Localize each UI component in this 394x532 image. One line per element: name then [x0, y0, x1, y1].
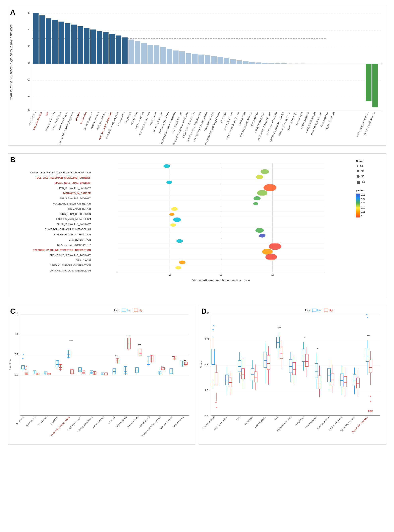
- svg-point-301: [25, 369, 26, 370]
- svg-rect-405: [340, 374, 343, 386]
- panels-cd: C Risk low high 0.6 0.4 0.2 0.0: [8, 305, 386, 444]
- svg-text:COMPLEMENT: COMPLEMENT: [117, 111, 125, 126]
- svg-rect-33: [135, 41, 140, 64]
- svg-rect-40: [179, 52, 185, 64]
- svg-point-300: [26, 366, 27, 367]
- svg-text:IL6_JAK_STAT3_SIGNALING: IL6_JAK_STAT3_SIGNALING: [182, 111, 195, 138]
- pathway-label: DNA_REPLICATION: [12, 238, 92, 241]
- svg-text:***: ***: [367, 334, 370, 338]
- svg-point-144: [175, 266, 181, 270]
- svg-text:Mast cell activated: Mast cell activated: [160, 416, 173, 430]
- svg-text:HLA: HLA: [275, 416, 279, 420]
- svg-point-298: [22, 358, 24, 359]
- svg-point-131: [254, 196, 261, 200]
- svg-point-130: [257, 190, 267, 196]
- svg-text:MHC_class_I: MHC_class_I: [294, 416, 304, 426]
- svg-text:EMT: EMT: [45, 111, 49, 116]
- svg-text:PANCREAS_BETA_CELLS: PANCREAS_BETA_CELLS: [278, 111, 290, 136]
- panel-d-label: D: [201, 307, 207, 316]
- panel-d-svg: Risk low high 1.00 0.75 0.50 0.25 0.00 S…: [199, 305, 386, 444]
- svg-rect-42: [192, 54, 198, 64]
- svg-text:***: ***: [69, 339, 73, 343]
- svg-point-299: [23, 354, 24, 355]
- svg-point-445: [215, 402, 216, 403]
- svg-rect-350: [254, 372, 257, 382]
- svg-text:NK cell activated: NK cell activated: [93, 416, 104, 428]
- svg-rect-23: [71, 25, 77, 64]
- svg-rect-367: [280, 347, 283, 358]
- svg-rect-27: [97, 31, 102, 64]
- svg-text:*: *: [304, 336, 305, 339]
- svg-rect-401: [331, 374, 334, 385]
- svg-rect-19: [46, 18, 52, 64]
- svg-text:Cytolytic_activity: Cytolytic_activity: [254, 416, 266, 428]
- svg-rect-338: [238, 360, 241, 371]
- svg-rect-30: [116, 36, 121, 64]
- svg-text:T cell CD4+ memory resting: T cell CD4+ memory resting: [50, 416, 70, 437]
- panel-a: A 6 4 2 0 -2 -4 -6 t value of GSVA score…: [8, 6, 386, 146]
- panel-d: D Risk low high 1.00 0.75 0.50 0.25 0.00: [199, 305, 386, 444]
- svg-text:***: ***: [138, 344, 141, 347]
- panel-b-pathways: VALINE_LEUCINE_AND_ISOLEUCINE_DEGRADATIO…: [8, 154, 92, 297]
- svg-point-138: [259, 234, 265, 237]
- svg-rect-426: [369, 360, 372, 372]
- panel-a-label: A: [10, 8, 15, 16]
- svg-rect-38: [167, 49, 172, 64]
- svg-point-132: [253, 202, 258, 205]
- svg-text:B cell plasma: B cell plasma: [38, 416, 47, 426]
- svg-point-140: [269, 243, 281, 250]
- svg-rect-389: [315, 364, 318, 378]
- svg-text:-4: -4: [27, 94, 30, 98]
- pathway-label: P53_SIGNALING_PATHWAY: [12, 197, 92, 200]
- svg-text:GLYCOLYSIS: GLYCOLYSIS: [80, 111, 87, 125]
- svg-point-444: [216, 407, 217, 408]
- svg-text:B cell naive: B cell naive: [16, 416, 25, 425]
- svg-point-443: [213, 325, 214, 326]
- svg-text:high: high: [329, 309, 333, 312]
- svg-rect-303: [312, 309, 316, 312]
- svg-rect-50: [243, 61, 249, 64]
- pathway-label: GLYCEROPHOSPHOLIPID_METABOLISM: [12, 228, 92, 231]
- svg-rect-32: [128, 40, 134, 64]
- svg-text:APC_co_inhibition: APC_co_inhibition: [202, 416, 215, 429]
- svg-text:PEROXISOME: PEROXISOME: [130, 111, 138, 125]
- svg-text:0.50: 0.50: [204, 363, 209, 366]
- svg-text:low: low: [317, 309, 321, 312]
- svg-rect-41: [186, 53, 191, 64]
- svg-text:-6: -6: [27, 109, 30, 112]
- count-legend-60: 60: [356, 180, 365, 185]
- svg-rect-51: [249, 62, 255, 64]
- pathway-label: MISMATCH_REPAIR: [12, 208, 92, 210]
- svg-text:0: 0: [28, 61, 30, 64]
- svg-text:-2: -2: [27, 78, 30, 81]
- svg-point-142: [265, 254, 277, 260]
- svg-point-135: [173, 218, 181, 222]
- pathway-label: ECM_RECEPTOR_INTERACTION: [12, 233, 92, 236]
- svg-rect-17: [33, 13, 39, 64]
- svg-text:BILE_ACID_METABOLISM: BILE_ACID_METABOLISM: [363, 111, 375, 136]
- svg-text:Score: Score: [200, 361, 203, 368]
- svg-rect-52: [256, 63, 261, 64]
- pathway-label: PPAR_SIGNALING_PATHWAY: [12, 187, 92, 190]
- svg-rect-24: [78, 26, 83, 64]
- pathway-label: SMALL_CELL_LUNG_CANCER-: [12, 182, 92, 184]
- pathway-label: GNRH_SIGNALING_PATHWAY: [12, 223, 92, 226]
- panel-b: B VALINE_LEUCINE_AND_ISOLEUCINE_DEGRADAT…: [8, 153, 386, 297]
- svg-rect-31: [122, 37, 128, 64]
- svg-text:Myeloid dendritic cell activat: Myeloid dendritic cell activated: [141, 416, 161, 437]
- svg-point-442: [213, 329, 214, 330]
- pathway-label: ARACHIDONIC_ACID_METABOLISM: [12, 269, 92, 272]
- svg-text:Check-point: Check-point: [244, 416, 253, 425]
- svg-point-168: [357, 175, 359, 178]
- svg-rect-28: [103, 32, 109, 64]
- svg-text:APOPTOSIS: APOPTOSIS: [220, 111, 227, 124]
- svg-rect-47: [224, 58, 229, 64]
- svg-text:P53_PATHWAY: P53_PATHWAY: [149, 111, 157, 126]
- svg-text:ALLOGRAFT_REJECTION: ALLOGRAFT_REJECTION: [139, 111, 151, 136]
- bubble-svg: -2 0 2 Normalized enrichment score: [92, 160, 350, 285]
- svg-rect-39: [173, 50, 179, 64]
- svg-rect-375: [293, 362, 296, 375]
- svg-text:Monocyte: Monocyte: [108, 416, 116, 424]
- svg-point-447: [366, 314, 367, 315]
- svg-rect-34: [141, 43, 147, 64]
